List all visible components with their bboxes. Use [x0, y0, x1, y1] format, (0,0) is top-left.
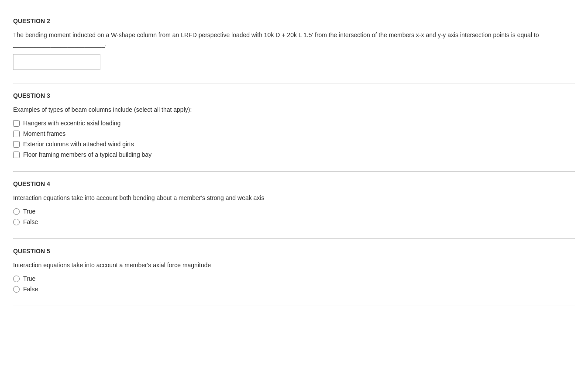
list-item: False: [13, 218, 575, 225]
question-3-option-label-2: Exterior columns with attached wind girt…: [23, 141, 134, 148]
question-3-label: QUESTION 3: [13, 92, 575, 99]
question-2-text: The bending moment inducted on a W-shape…: [13, 31, 575, 49]
question-2-label: QUESTION 2: [13, 17, 575, 24]
question-5-option-label-0: True: [23, 275, 35, 282]
list-item: True: [13, 208, 575, 215]
question-3-option-label-1: Moment frames: [23, 130, 65, 137]
list-item: False: [13, 286, 575, 293]
question-3-options: Hangers with eccentric axial loadingMome…: [13, 120, 575, 158]
list-item: Hangers with eccentric axial loading: [13, 120, 575, 127]
question-2-input[interactable]: [13, 54, 100, 70]
question-5-block: QUESTION 5 Interaction equations take in…: [13, 239, 575, 306]
question-3-checkbox-0[interactable]: [13, 120, 20, 127]
question-4-option-label-1: False: [23, 218, 38, 225]
question-3-text: Examples of types of beam columns includ…: [13, 105, 575, 114]
question-5-option-label-1: False: [23, 286, 38, 293]
question-5-radio-0[interactable]: [13, 276, 20, 282]
question-3-option-label-3: Floor framing members of a typical build…: [23, 151, 151, 158]
question-4-text: Interaction equations take into account …: [13, 193, 575, 203]
question-3-checkbox-3[interactable]: [13, 152, 20, 158]
question-4-radio-0[interactable]: [13, 208, 20, 215]
question-3-checkbox-2[interactable]: [13, 141, 20, 148]
question-5-options: TrueFalse: [13, 275, 575, 293]
list-item: Floor framing members of a typical build…: [13, 151, 575, 158]
question-5-label: QUESTION 5: [13, 248, 575, 255]
question-4-option-label-0: True: [23, 208, 35, 215]
question-4-block: QUESTION 4 Interaction equations take in…: [13, 172, 575, 239]
question-3-block: QUESTION 3 Examples of types of beam col…: [13, 83, 575, 172]
list-item: Exterior columns with attached wind girt…: [13, 141, 575, 148]
list-item: Moment frames: [13, 130, 575, 137]
question-4-radio-1[interactable]: [13, 219, 20, 225]
question-3-checkbox-1[interactable]: [13, 131, 20, 137]
list-item: True: [13, 275, 575, 282]
question-3-option-label-0: Hangers with eccentric axial loading: [23, 120, 120, 127]
question-4-options: TrueFalse: [13, 208, 575, 225]
question-2-block: QUESTION 2 The bending moment inducted o…: [13, 9, 575, 83]
question-5-text: Interaction equations take into account …: [13, 261, 575, 270]
question-4-label: QUESTION 4: [13, 180, 575, 187]
question-5-radio-1[interactable]: [13, 286, 20, 293]
